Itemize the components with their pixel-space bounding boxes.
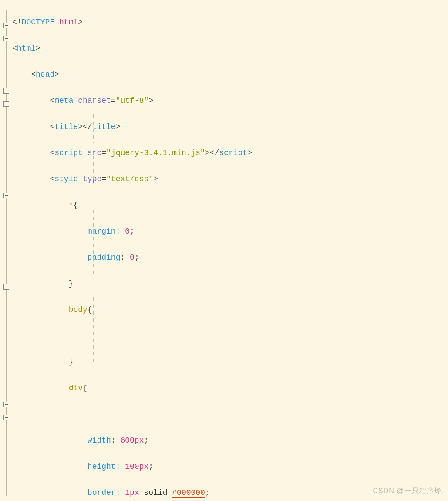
- indent-guide: [54, 49, 54, 389]
- code-line: *{: [12, 199, 252, 212]
- fold-gutter: [0, 3, 12, 501]
- code-editor: <!DOCTYPE html> <html> <head> <meta char…: [0, 0, 448, 501]
- code-line: div{: [12, 382, 252, 395]
- code-line: [12, 329, 252, 342]
- code-line: }: [12, 355, 252, 369]
- code-line: height: 100px;: [12, 460, 252, 473]
- indent-guide: [93, 114, 94, 143]
- code-line: <head>: [12, 68, 252, 81]
- indent-guide: [54, 415, 54, 496]
- fold-toggle-icon[interactable]: [3, 415, 9, 420]
- gutter-line: [6, 10, 7, 496]
- code-area: <!DOCTYPE html> <html> <head> <meta char…: [12, 3, 252, 501]
- fold-toggle-icon[interactable]: [3, 88, 9, 94]
- code-line: <title></title>: [12, 120, 252, 133]
- code-line: <meta charset="utf-8">: [12, 94, 252, 107]
- code-line: body{: [12, 303, 252, 316]
- code-area-wrap: <!DOCTYPE html> <html> <head> <meta char…: [12, 3, 252, 501]
- indent-guide: [74, 101, 74, 376]
- indent-guide: [93, 297, 94, 365]
- fold-toggle-icon[interactable]: [3, 284, 9, 290]
- code-line: <!DOCTYPE html>: [12, 16, 252, 29]
- code-line: padding: 0;: [12, 251, 252, 264]
- code-line: margin: 0;: [12, 225, 252, 238]
- fold-toggle-icon[interactable]: [3, 193, 9, 198]
- fold-toggle-icon[interactable]: [3, 36, 9, 41]
- fold-toggle-icon[interactable]: [3, 402, 9, 407]
- code-line: <style type="text/css">: [12, 173, 252, 186]
- fold-toggle-icon[interactable]: [3, 23, 9, 28]
- indent-guide: [74, 428, 74, 483]
- code-line: width: 600px;: [12, 434, 252, 447]
- code-line: }: [12, 277, 252, 290]
- indent-guide: [93, 153, 94, 182]
- watermark-text: CSDN @一只程序烽.: [373, 484, 444, 498]
- indent-guide: [93, 206, 94, 274]
- fold-toggle-icon[interactable]: [3, 101, 9, 107]
- code-line: [12, 408, 252, 421]
- code-line: <script src="jquery-3.4.1.min.js"></scri…: [12, 146, 252, 159]
- code-line: border: 1px solid #000000;: [12, 486, 252, 499]
- code-line: <html>: [12, 42, 252, 55]
